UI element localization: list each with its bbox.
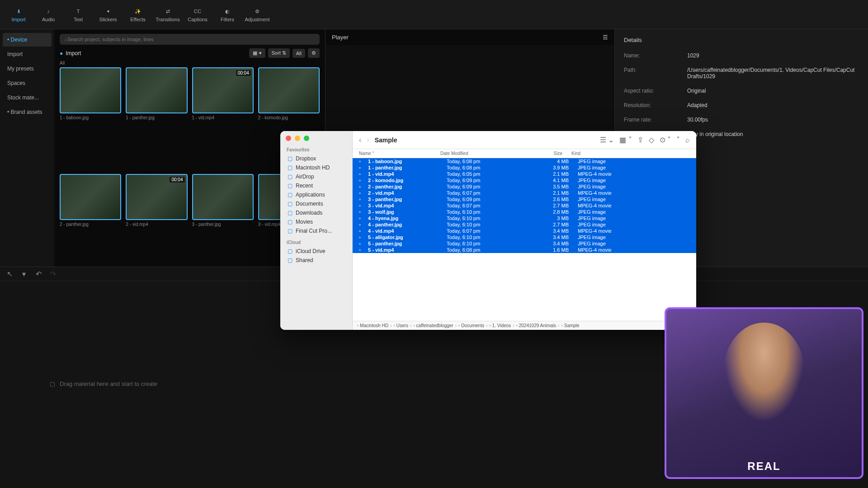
finder-sidebar-item[interactable]: ▢Macintosh HD — [280, 163, 352, 172]
folder-icon: ▢ — [287, 248, 293, 254]
sidebar-item[interactable]: • Brand assets — [3, 105, 52, 119]
finder-path-bar[interactable]: ▫ Macintosh HD ›▫ Users ›▫ caffeinatedbl… — [353, 321, 696, 330]
finder-sidebar-item[interactable]: ▢Documents — [280, 199, 352, 208]
path-segment[interactable]: ▫ 1. Videos — [489, 323, 511, 328]
detail-value: Stay in original location — [687, 131, 859, 137]
tool-filters[interactable]: ◐ Filters — [214, 4, 241, 25]
file-row[interactable]: ▫ 2 - komodo.jpg Today, 6:09 pm 4.1 MB J… — [353, 177, 696, 183]
path-segment[interactable]: ▫ 20241029 Animals — [516, 323, 556, 328]
filter-icon[interactable]: ⚙ — [308, 48, 320, 58]
tool-text[interactable]: T Text — [65, 4, 91, 25]
file-row[interactable]: ▫ 5 - panther.jpg Today, 6:10 pm 3.4 MB … — [353, 240, 696, 247]
media-thumb[interactable]: 2 - panther.jpg — [60, 174, 121, 276]
thumb-label: 1 - panther.jpg — [126, 115, 187, 120]
layout-toggle[interactable]: ▦ ▾ — [249, 48, 265, 58]
file-row[interactable]: ▫ 4 - vid.mp4 Today, 6:07 pm 3.4 MB MPEG… — [353, 228, 696, 234]
file-row[interactable]: ▫ 2 - vid.mp4 Today, 6:07 pm 2.1 MB MPEG… — [353, 190, 696, 196]
finder-sidebar-item[interactable]: ▢AirDrop — [280, 172, 352, 181]
sidebar-item[interactable]: My presets — [3, 62, 52, 75]
tag-icon[interactable]: ◇ — [649, 136, 654, 144]
finder-sidebar-item[interactable]: ▢Recent — [280, 181, 352, 190]
tool-captions[interactable]: CC Captions — [184, 4, 211, 25]
col-date[interactable]: Date Modified — [440, 151, 526, 156]
search-icon[interactable]: ⌕ — [685, 136, 690, 144]
import-button[interactable]: Import — [66, 50, 81, 56]
path-segment[interactable]: ▫ caffeinatedblogger — [413, 323, 453, 328]
thumb-label: 2 - vid.mp4 — [126, 222, 187, 227]
tool-import[interactable]: ⬇ Import — [5, 4, 32, 25]
path-segment[interactable]: ▫ Sample — [561, 323, 579, 328]
filter-all[interactable]: All — [292, 49, 305, 58]
col-size[interactable]: Size — [526, 151, 571, 156]
tool-adjustment[interactable]: ⚙ Adjustment — [244, 4, 270, 25]
media-thumb[interactable]: 00:04 1 - vid.mp4 — [192, 67, 254, 169]
file-row[interactable]: ▫ 1 - baboon.jpg Today, 6:08 pm 4 MB JPE… — [353, 158, 696, 164]
sort-button[interactable]: Sort ⇅ — [268, 48, 290, 58]
close-icon[interactable] — [286, 136, 291, 141]
path-segment[interactable]: ▫ Macintosh HD — [357, 323, 388, 328]
chevron-down-icon[interactable]: ˅ — [676, 136, 680, 144]
detail-label: Name: — [624, 52, 687, 59]
sidebar-item[interactable]: Import — [3, 47, 52, 61]
file-row[interactable]: ▫ 1 - panther.jpg Today, 6:08 pm 3.9 MB … — [353, 164, 696, 171]
finder-sidebar-item[interactable]: ▢Movies — [280, 217, 352, 226]
file-row[interactable]: ▫ 4 - hyena.jpg Today, 6:10 pm 3 MB JPEG… — [353, 215, 696, 221]
thumb-label: 3 - panther.jpg — [192, 222, 254, 227]
pointer-dropdown-icon[interactable]: ▾ — [20, 270, 28, 278]
search-input[interactable] — [67, 37, 315, 42]
file-row[interactable]: ▫ 3 - vid.mp4 Today, 6:07 pm 2.7 MB MPEG… — [353, 202, 696, 209]
file-row[interactable]: ▫ 3 - wolf.jpg Today, 6:10 pm 2.8 MB JPE… — [353, 209, 696, 215]
finder-sidebar-item[interactable]: ▢Final Cut Pro... — [280, 226, 352, 235]
detail-row: Aspect ratio: Original — [624, 88, 859, 94]
sidebar-item[interactable]: Spaces — [3, 76, 52, 90]
redo-icon[interactable]: ↷ — [49, 270, 57, 278]
path-segment[interactable]: ▫ Documents — [458, 323, 484, 328]
tool-label: Captions — [188, 17, 207, 22]
detail-row: Name: 1029 — [624, 52, 859, 59]
media-thumb[interactable]: 1 - panther.jpg — [126, 67, 187, 169]
list-view-icon[interactable]: ☰ ⌄ — [600, 136, 614, 144]
finder-window[interactable]: Favourites ▢Dropbox▢Macintosh HD▢AirDrop… — [280, 131, 696, 330]
tool-transitions[interactable]: ⇄ Transitions — [155, 4, 181, 25]
tool-stickers[interactable]: ✦ Stickers — [95, 4, 121, 25]
file-icon: ▫ — [359, 209, 365, 215]
media-thumb[interactable]: 1 - baboon.jpg — [60, 67, 121, 169]
player-menu-icon[interactable]: ☰ — [603, 34, 608, 41]
finder-sidebar-item[interactable]: ▢Applications — [280, 190, 352, 199]
col-kind[interactable]: Kind — [571, 151, 690, 156]
file-row[interactable]: ▫ 4 - panther.jpg Today, 6:10 pm 2.7 MB … — [353, 221, 696, 228]
tool-effects[interactable]: ✨ Effects — [125, 4, 151, 25]
folder-icon: ▢ — [287, 164, 293, 171]
file-row[interactable]: ▫ 2 - panther.jpg Today, 6:09 pm 3.5 MB … — [353, 183, 696, 190]
file-row[interactable]: ▫ 1 - vid.mp4 Today, 6:05 pm 2.1 MB MPEG… — [353, 171, 696, 177]
file-row[interactable]: ▫ 5 - alligator.jpg Today, 6:10 pm 3.4 M… — [353, 234, 696, 240]
media-thumb[interactable]: 00:04 2 - vid.mp4 — [126, 174, 187, 276]
finder-sidebar-item[interactable]: ▢Shared — [280, 256, 352, 265]
file-row[interactable]: ▫ 3 - panther.jpg Today, 6:09 pm 2.6 MB … — [353, 196, 696, 202]
tool-label: Audio — [42, 17, 55, 22]
tool-label: Import — [11, 17, 25, 22]
finder-sidebar-item[interactable]: ▢iCloud Drive — [280, 247, 352, 256]
back-icon[interactable]: ‹ — [359, 136, 361, 144]
action-icon[interactable]: ⊙ ˅ — [660, 136, 671, 144]
path-segment[interactable]: ▫ Users — [393, 323, 408, 328]
grid-view-icon[interactable]: ▦ ˅ — [619, 136, 632, 144]
sidebar-item[interactable]: • Device — [3, 33, 52, 47]
share-icon[interactable]: ⇪ — [637, 136, 643, 144]
maximize-icon[interactable] — [304, 136, 309, 141]
file-row[interactable]: ▫ 5 - vid.mp4 Today, 6:08 pm 1.6 MB MPEG… — [353, 247, 696, 253]
detail-row: Frame rate: 30.00fps — [624, 117, 859, 123]
media-thumb[interactable]: 3 - panther.jpg — [192, 174, 254, 276]
finder-sidebar-item[interactable]: ▢Dropbox — [280, 154, 352, 163]
forward-icon[interactable]: › — [367, 136, 369, 144]
undo-icon[interactable]: ↶ — [34, 270, 42, 278]
finder-file-list[interactable]: ▫ 1 - baboon.jpg Today, 6:08 pm 4 MB JPE… — [353, 158, 696, 321]
tool-audio[interactable]: ♪ Audio — [35, 4, 61, 25]
search-row[interactable]: ⌕ — [60, 34, 320, 45]
duration-badge: 00:04 — [170, 177, 184, 183]
col-name[interactable]: Name ˄ — [359, 151, 440, 156]
finder-sidebar-item[interactable]: ▢Downloads — [280, 208, 352, 217]
minimize-icon[interactable] — [295, 136, 300, 141]
sidebar-item[interactable]: Stock mate... — [3, 91, 52, 104]
pointer-tool-icon[interactable]: ↖ — [5, 270, 14, 278]
